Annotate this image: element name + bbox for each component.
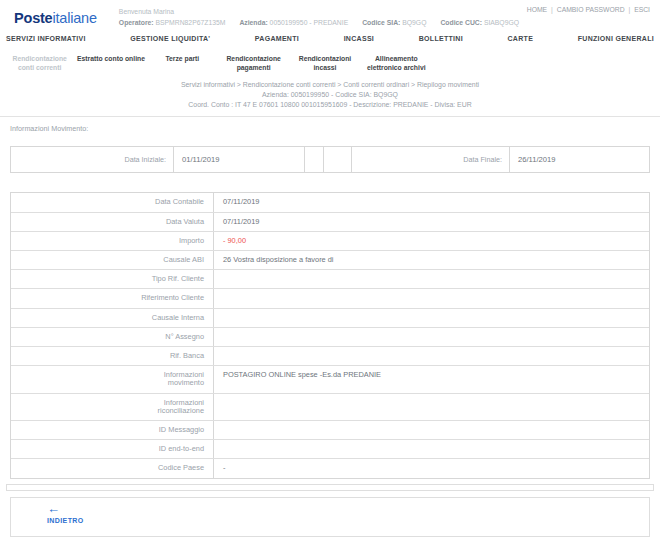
logo-text-italiane: italiane [53, 10, 97, 26]
table-row-codice-paese: Codice Paese - [11, 458, 649, 477]
row-label: Codice Paese [158, 464, 204, 472]
nav-pagamenti[interactable]: PAGAMENTI [255, 35, 299, 42]
subnav-terze-parti[interactable]: Terze parti [147, 54, 218, 72]
subnav-rendicontazione-pagamenti[interactable]: Rendicontazione pagamenti [218, 54, 289, 72]
row-value [214, 394, 649, 420]
home-link[interactable]: HOME [527, 6, 547, 13]
nav-incassi[interactable]: INCASSI [344, 35, 375, 42]
empty-cell [304, 147, 323, 172]
table-row-tipo-rif-cliente: Tipo Rif. Cliente [11, 269, 649, 288]
operator-value: BSPMRN82P67Z135M [156, 19, 226, 26]
codice-sia-value: BQ9GQ [402, 19, 426, 26]
azienda-field: Azienda: 0050199950 - PREDANIE [239, 19, 348, 26]
header-links: HOME | CAMBIO PASSWORD | ESCI [527, 6, 650, 13]
codice-cuc-field: Codice CUC: SIABQ9GQ [440, 19, 519, 26]
data-iniziale-value: 01/11/2019 [173, 147, 304, 172]
account-info-line: Azienda: 0050199950 - Codice SIA: BQ9GQ [0, 90, 660, 100]
row-value-negative-amount: - 90,00 [214, 232, 649, 250]
data-iniziale-label: Data Iniziale: [11, 147, 173, 172]
empty-strip [6, 484, 654, 491]
table-row-data-valuta: Data Valuta 07/11/2019 [11, 212, 649, 231]
codice-sia-field: Codice SIA: BQ9GQ [362, 19, 426, 26]
row-label: Data Contabile [155, 198, 204, 206]
codice-cuc-value: SIABQ9GQ [484, 19, 519, 26]
nav-carte[interactable]: CARTE [508, 35, 534, 42]
table-row-id-end-to-end: ID end-to-end [11, 439, 649, 458]
breadcrumb[interactable]: Servizi informativi > Rendicontazione co… [0, 80, 660, 90]
session-info: Benvenuta Marina Operatore: BSPMRN82P67Z… [119, 8, 519, 26]
row-label: Riferimento Cliente [141, 294, 204, 302]
row-value [214, 270, 649, 288]
table-row-id-messaggio: ID Messaggio [11, 420, 649, 439]
operator-field: Operatore: BSPMRN82P67Z135M [119, 19, 226, 26]
table-row-importo: Importo - 90,00 [11, 231, 649, 250]
row-label: Informazioni riconciliazione [142, 399, 204, 415]
nav-funzioni-generali[interactable]: FUNZIONI GENERALI [578, 35, 654, 42]
row-value [214, 289, 649, 307]
data-finale-value: 26/11/2019 [509, 147, 649, 172]
sub-nav: Rendicontazione conti correnti Estratto … [0, 54, 432, 72]
operator-label: Operatore: [119, 19, 154, 26]
row-label: Causale Interna [152, 314, 204, 322]
nav-servizi-informativi[interactable]: SERVIZI INFORMATIVI [6, 35, 86, 42]
subnav-estratto-conto-online[interactable]: Estratto conto online [75, 54, 146, 72]
table-row-informazioni-riconciliazione: Informazioni riconciliazione [11, 393, 649, 420]
nav-bollettini[interactable]: BOLLETTINI [419, 35, 463, 42]
row-value: - [214, 459, 649, 477]
row-value [214, 309, 649, 327]
codice-sia-label: Codice SIA: [362, 19, 400, 26]
row-value [214, 440, 649, 458]
movement-detail-page: Posteitaliane Benvenuta Marina Operatore… [0, 0, 660, 543]
welcome-text: Benvenuta Marina [119, 8, 519, 15]
nav-gestione-liquidita[interactable]: GESTIONE LIQUIDITA' [130, 35, 210, 42]
movement-detail-table: Data Contabile 07/11/2019 Data Valuta 07… [10, 192, 650, 478]
row-label: ID Messaggio [159, 426, 204, 434]
row-value [214, 347, 649, 365]
session-fields: Operatore: BSPMRN82P67Z135M Azienda: 005… [119, 19, 519, 26]
row-value [214, 421, 649, 439]
row-value: 07/11/2019 [214, 193, 649, 211]
row-label: Data Valuta [166, 218, 204, 226]
data-finale-label: Data Finale: [351, 147, 509, 172]
posteitaliane-logo[interactable]: Posteitaliane [14, 10, 97, 26]
table-row-informazioni-movimento: Informazioni movimento POSTAGIRO ONLINE … [11, 365, 649, 392]
link-divider: | [549, 6, 555, 13]
table-row-n-assegno: N° Assegno [11, 327, 649, 346]
top-header: Posteitaliane Benvenuta Marina Operatore… [0, 0, 660, 26]
azienda-label: Azienda: [239, 19, 267, 26]
codice-cuc-label: Codice CUC: [440, 19, 482, 26]
table-row-causale-interna: Causale Interna [11, 308, 649, 327]
main-nav: SERVIZI INFORMATIVI GESTIONE LIQUIDITA' … [0, 35, 660, 42]
date-filter-table: Data Iniziale: 01/11/2019 Data Finale: 2… [10, 146, 650, 173]
logo-text-poste: Poste [14, 10, 53, 26]
esci-link[interactable]: ESCI [634, 6, 650, 13]
azienda-value: 0050199950 - PREDANIE [270, 19, 349, 26]
table-row-riferimento-cliente: Riferimento Cliente [11, 288, 649, 307]
row-label: Causale ABI [163, 256, 204, 264]
indietro-back-button[interactable]: ← INDIETRO [47, 502, 84, 524]
coord-conto-line: Coord. Conto : IT 47 E 07601 10800 00101… [0, 100, 660, 110]
back-arrow-icon: ← [47, 502, 84, 515]
row-value: 07/11/2019 [214, 213, 649, 231]
cambio-password-link[interactable]: CAMBIO PASSWORD [557, 6, 625, 13]
row-label: ID end-to-end [159, 445, 204, 453]
section-title: Informazioni Movimento: [10, 124, 660, 133]
subnav-rendicontazioni-incassi[interactable]: Rendicontazioni incassi [289, 54, 360, 72]
subnav-rendicontazione-conti-correnti[interactable]: Rendicontazione conti correnti [4, 54, 75, 72]
link-divider: | [626, 6, 632, 13]
subnav-allineamento-elettronico-archivi[interactable]: Allineamento elettronico archivi [361, 54, 432, 72]
row-label: Importo [179, 237, 204, 245]
row-value: POSTAGIRO ONLINE spese -Es.da PREDANIE [214, 366, 649, 392]
empty-cell [323, 147, 351, 172]
table-row-data-contabile: Data Contabile 07/11/2019 [11, 193, 649, 211]
row-label: Rif. Banca [170, 352, 204, 360]
row-label: N° Assegno [165, 333, 204, 341]
row-value [214, 328, 649, 346]
table-row-rif-banca: Rif. Banca [11, 346, 649, 365]
row-label: Tipo Rif. Cliente [152, 275, 204, 283]
row-label: Informazioni movimento [142, 371, 204, 387]
footer-action-bar: ← INDIETRO [10, 497, 650, 537]
breadcrumb-block: Servizi informativi > Rendicontazione co… [0, 80, 660, 117]
row-value: 26 Vostra disposizione a favore di [214, 251, 649, 269]
table-row-causale-abi: Causale ABI 26 Vostra disposizione a fav… [11, 250, 649, 269]
